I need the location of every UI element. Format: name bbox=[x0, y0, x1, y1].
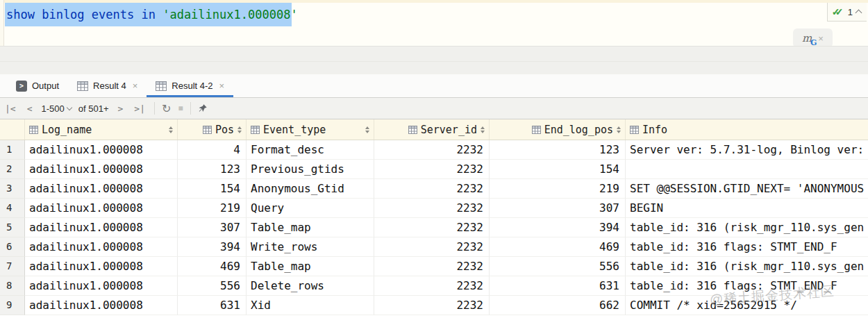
cell-end-log-pos[interactable]: 631 bbox=[490, 276, 626, 296]
tab-close-icon[interactable]: × bbox=[133, 81, 138, 91]
cell-pos[interactable]: 394 bbox=[178, 237, 247, 257]
cell-log-name[interactable]: adailinux1.000008 bbox=[25, 237, 178, 257]
cell-server-id[interactable]: 2232 bbox=[374, 160, 490, 179]
cell-info[interactable]: Server ver: 5.7.31-log, Binlog ver: bbox=[626, 140, 868, 160]
row-number[interactable]: 6 bbox=[0, 237, 25, 257]
cell-info[interactable]: BEGIN bbox=[626, 199, 868, 218]
cell-server-id[interactable]: 2232 bbox=[374, 257, 490, 276]
cell-end-log-pos[interactable]: 307 bbox=[490, 199, 626, 218]
console-session-badge[interactable]: mG × bbox=[793, 28, 833, 48]
cell-event-type[interactable]: Delete_rows bbox=[247, 276, 374, 296]
row-number[interactable]: 3 bbox=[0, 179, 25, 199]
row-number[interactable]: 9 bbox=[0, 296, 25, 315]
cell-pos[interactable]: 469 bbox=[178, 257, 247, 276]
column-header-event-type[interactable]: Event_type bbox=[247, 119, 374, 140]
column-header-server-id[interactable]: Server_id bbox=[374, 119, 490, 140]
column-icon bbox=[630, 126, 639, 134]
cell-log-name[interactable]: adailinux1.000008 bbox=[25, 218, 178, 237]
cell-end-log-pos[interactable]: 394 bbox=[490, 218, 626, 237]
first-page-button[interactable]: |< bbox=[3, 102, 18, 115]
cell-event-type[interactable]: Xid bbox=[247, 296, 374, 315]
column-header-pos[interactable]: Pos bbox=[178, 119, 247, 140]
splitter-line bbox=[0, 61, 868, 62]
row-number[interactable]: 7 bbox=[0, 257, 25, 276]
cell-pos[interactable]: 307 bbox=[178, 218, 247, 237]
cell-info[interactable]: table_id: 316 (risk_mgr_110.sys_gen bbox=[626, 218, 868, 237]
cell-log-name[interactable]: adailinux1.000008 bbox=[25, 179, 178, 199]
row-number[interactable]: 4 bbox=[0, 199, 25, 218]
row-number[interactable]: 8 bbox=[0, 276, 25, 296]
inspections-widget[interactable]: ✓✓ 1 bbox=[827, 3, 867, 22]
pin-tab-icon[interactable] bbox=[198, 103, 208, 113]
previous-page-button[interactable]: < bbox=[25, 102, 35, 115]
sort-arrows-icon[interactable] bbox=[365, 126, 369, 133]
column-header-info[interactable]: Info bbox=[626, 119, 868, 140]
cell-log-name[interactable]: adailinux1.000008 bbox=[25, 276, 178, 296]
row-number[interactable]: 2 bbox=[0, 160, 25, 179]
cell-pos[interactable]: 556 bbox=[178, 276, 247, 296]
cell-end-log-pos[interactable]: 154 bbox=[490, 160, 626, 179]
cell-end-log-pos[interactable]: 219 bbox=[490, 179, 626, 199]
cell-server-id[interactable]: 2232 bbox=[374, 199, 490, 218]
row-number[interactable]: 5 bbox=[0, 218, 25, 237]
grid-pager-toolbar: |< < 1-500 of 501+ > >| ↻ ■ bbox=[0, 98, 868, 119]
cell-info[interactable]: COMMIT /* xid=25652915 */ bbox=[626, 296, 868, 315]
page-size-dropdown[interactable]: 1-500 bbox=[41, 103, 71, 114]
cell-server-id[interactable]: 2232 bbox=[374, 218, 490, 237]
toolbar-separator bbox=[154, 102, 155, 115]
reload-query-icon[interactable]: ↻ bbox=[162, 102, 171, 115]
cell-end-log-pos[interactable]: 469 bbox=[490, 237, 626, 257]
cell-info[interactable]: table_id: 316 flags: STMT_END_F bbox=[626, 237, 868, 257]
cell-info[interactable]: table_id: 316 (risk_mgr_110.sys_gen bbox=[626, 257, 868, 276]
cell-end-log-pos[interactable]: 556 bbox=[490, 257, 626, 276]
cell-event-type[interactable]: Write_rows bbox=[247, 237, 374, 257]
cell-event-type[interactable]: Table_map bbox=[247, 257, 374, 276]
cell-pos[interactable]: 154 bbox=[178, 179, 247, 199]
cell-pos[interactable]: 123 bbox=[178, 160, 247, 179]
cell-pos[interactable]: 631 bbox=[178, 296, 247, 315]
row-number[interactable]: 1 bbox=[0, 140, 25, 160]
cell-log-name[interactable]: adailinux1.000008 bbox=[25, 160, 178, 179]
tab-result-4[interactable]: Result 4 × bbox=[68, 74, 147, 97]
sort-arrows-icon[interactable] bbox=[617, 126, 621, 133]
cell-pos[interactable]: 219 bbox=[178, 199, 247, 218]
column-icon bbox=[203, 126, 212, 134]
badge-close-icon[interactable]: × bbox=[818, 33, 824, 44]
cell-server-id[interactable]: 2232 bbox=[374, 237, 490, 257]
sort-arrows-icon[interactable] bbox=[169, 126, 173, 133]
cell-server-id[interactable]: 2232 bbox=[374, 140, 490, 160]
sort-arrows-icon[interactable] bbox=[481, 126, 485, 133]
cell-end-log-pos[interactable]: 662 bbox=[490, 296, 626, 315]
cell-event-type[interactable]: Previous_gtids bbox=[247, 160, 374, 179]
cell-event-type[interactable]: Anonymous_Gtid bbox=[247, 179, 374, 199]
cell-event-type[interactable]: Table_map bbox=[247, 218, 374, 237]
next-page-button[interactable]: > bbox=[115, 102, 125, 115]
cell-info[interactable]: table_id: 316 flags: STMT_END_F bbox=[626, 276, 868, 296]
cell-server-id[interactable]: 2232 bbox=[374, 276, 490, 296]
table-row: 9 adailinux1.000008 631 Xid 2232 662 COM… bbox=[0, 296, 868, 315]
column-header-end-log-pos[interactable]: End_log_pos bbox=[490, 119, 626, 140]
cell-info[interactable]: SET @@SESSION.GTID_NEXT= 'ANONYMOUS bbox=[626, 179, 868, 199]
cell-log-name[interactable]: adailinux1.000008 bbox=[25, 199, 178, 218]
cell-pos[interactable]: 4 bbox=[178, 140, 247, 160]
header-gutter-corner[interactable] bbox=[0, 119, 25, 140]
tab-output[interactable]: > Output bbox=[7, 74, 68, 97]
cell-log-name[interactable]: adailinux1.000008 bbox=[25, 257, 178, 276]
cell-server-id[interactable]: 2232 bbox=[374, 179, 490, 199]
sort-arrows-icon[interactable] bbox=[237, 126, 242, 133]
column-header-log-name[interactable]: Log_name bbox=[25, 119, 178, 140]
cell-log-name[interactable]: adailinux1.000008 bbox=[25, 296, 178, 315]
cell-server-id[interactable]: 2232 bbox=[374, 296, 490, 315]
sql-query-selected-line[interactable]: show binlog events in 'adailinux1.000008… bbox=[5, 3, 292, 26]
cell-log-name[interactable]: adailinux1.000008 bbox=[25, 140, 178, 160]
cell-event-type[interactable]: Format_desc bbox=[247, 140, 374, 160]
cell-info[interactable] bbox=[626, 160, 868, 179]
editor-toolwindow-splitter[interactable] bbox=[0, 46, 868, 74]
cell-event-type[interactable]: Query bbox=[247, 199, 374, 218]
last-page-button[interactable]: >| bbox=[132, 102, 147, 115]
chevron-up-icon[interactable] bbox=[856, 10, 862, 17]
tab-close-icon[interactable]: × bbox=[219, 81, 225, 91]
tab-result-4-2[interactable]: Result 4-2 × bbox=[147, 74, 233, 97]
sql-editor[interactable]: show binlog events in 'adailinux1.000008… bbox=[0, 0, 868, 46]
cell-end-log-pos[interactable]: 123 bbox=[490, 140, 626, 160]
